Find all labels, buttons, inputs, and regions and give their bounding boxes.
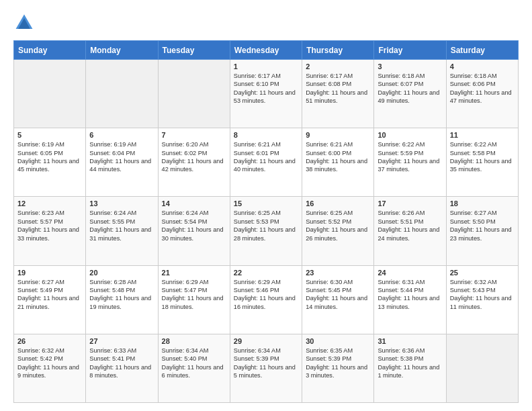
day-info: Sunrise: 6:25 AM Sunset: 5:53 PM Dayligh… bbox=[234, 209, 298, 242]
day-info: Sunrise: 6:27 AM Sunset: 5:49 PM Dayligh… bbox=[17, 278, 82, 312]
calendar-cell bbox=[14, 60, 86, 128]
calendar-cell: 23Sunrise: 6:30 AM Sunset: 5:45 PM Dayli… bbox=[302, 265, 374, 334]
calendar-cell: 10Sunrise: 6:22 AM Sunset: 5:59 PM Dayli… bbox=[374, 128, 446, 197]
day-number: 3 bbox=[378, 62, 442, 71]
weekday-header-wednesday: Wednesday bbox=[230, 41, 302, 60]
weekday-header-friday: Friday bbox=[374, 41, 446, 60]
calendar-cell: 1Sunrise: 6:17 AM Sunset: 6:10 PM Daylig… bbox=[230, 60, 302, 128]
calendar-cell: 8Sunrise: 6:21 AM Sunset: 6:01 PM Daylig… bbox=[230, 128, 302, 197]
day-info: Sunrise: 6:32 AM Sunset: 5:43 PM Dayligh… bbox=[450, 278, 515, 312]
day-info: Sunrise: 6:34 AM Sunset: 5:39 PM Dayligh… bbox=[234, 347, 298, 380]
weekday-header-monday: Monday bbox=[86, 41, 158, 60]
calendar-cell: 13Sunrise: 6:24 AM Sunset: 5:55 PM Dayli… bbox=[86, 197, 158, 265]
calendar-week-row: 5Sunrise: 6:19 AM Sunset: 6:05 PM Daylig… bbox=[14, 128, 519, 197]
day-info: Sunrise: 6:29 AM Sunset: 5:46 PM Dayligh… bbox=[234, 278, 298, 312]
calendar-cell: 5Sunrise: 6:19 AM Sunset: 6:05 PM Daylig… bbox=[14, 128, 86, 197]
day-number: 27 bbox=[89, 337, 154, 345]
calendar-week-row: 12Sunrise: 6:23 AM Sunset: 5:57 PM Dayli… bbox=[14, 197, 519, 265]
day-info: Sunrise: 6:35 AM Sunset: 5:39 PM Dayligh… bbox=[306, 347, 370, 380]
day-number: 8 bbox=[234, 131, 298, 139]
calendar-cell: 29Sunrise: 6:34 AM Sunset: 5:39 PM Dayli… bbox=[230, 334, 302, 402]
day-info: Sunrise: 6:36 AM Sunset: 5:38 PM Dayligh… bbox=[378, 347, 442, 380]
calendar-cell: 22Sunrise: 6:29 AM Sunset: 5:46 PM Dayli… bbox=[230, 265, 302, 334]
day-number: 11 bbox=[450, 131, 515, 139]
calendar-cell: 21Sunrise: 6:29 AM Sunset: 5:47 PM Dayli… bbox=[158, 265, 230, 334]
day-number: 1 bbox=[234, 62, 298, 71]
calendar-cell: 6Sunrise: 6:19 AM Sunset: 6:04 PM Daylig… bbox=[86, 128, 158, 197]
day-info: Sunrise: 6:22 AM Sunset: 5:59 PM Dayligh… bbox=[378, 140, 442, 174]
day-info: Sunrise: 6:19 AM Sunset: 6:04 PM Dayligh… bbox=[89, 140, 154, 174]
page: SundayMondayTuesdayWednesdayThursdayFrid… bbox=[0, 0, 532, 411]
calendar-cell bbox=[86, 60, 158, 128]
day-info: Sunrise: 6:21 AM Sunset: 6:00 PM Dayligh… bbox=[306, 140, 370, 174]
day-number: 29 bbox=[234, 337, 298, 345]
calendar-cell: 15Sunrise: 6:25 AM Sunset: 5:53 PM Dayli… bbox=[230, 197, 302, 265]
day-number: 31 bbox=[378, 337, 442, 345]
calendar-cell: 14Sunrise: 6:24 AM Sunset: 5:54 PM Dayli… bbox=[158, 197, 230, 265]
calendar-cell: 7Sunrise: 6:20 AM Sunset: 6:02 PM Daylig… bbox=[158, 128, 230, 197]
weekday-header-thursday: Thursday bbox=[302, 41, 374, 60]
header bbox=[13, 12, 519, 34]
day-number: 7 bbox=[162, 131, 226, 139]
day-info: Sunrise: 6:21 AM Sunset: 6:01 PM Dayligh… bbox=[234, 140, 298, 174]
day-info: Sunrise: 6:29 AM Sunset: 5:47 PM Dayligh… bbox=[162, 278, 226, 312]
calendar-header-row: SundayMondayTuesdayWednesdayThursdayFrid… bbox=[14, 41, 519, 60]
day-number: 23 bbox=[306, 269, 370, 277]
day-info: Sunrise: 6:18 AM Sunset: 6:06 PM Dayligh… bbox=[450, 72, 515, 105]
day-number: 2 bbox=[306, 62, 370, 71]
calendar-cell: 12Sunrise: 6:23 AM Sunset: 5:57 PM Dayli… bbox=[14, 197, 86, 265]
calendar-cell: 19Sunrise: 6:27 AM Sunset: 5:49 PM Dayli… bbox=[14, 265, 86, 334]
day-number: 21 bbox=[162, 269, 226, 277]
day-number: 14 bbox=[162, 199, 226, 208]
day-info: Sunrise: 6:23 AM Sunset: 5:57 PM Dayligh… bbox=[17, 209, 82, 242]
day-info: Sunrise: 6:18 AM Sunset: 6:07 PM Dayligh… bbox=[378, 72, 442, 105]
day-number: 5 bbox=[17, 131, 82, 139]
calendar-cell: 18Sunrise: 6:27 AM Sunset: 5:50 PM Dayli… bbox=[446, 197, 518, 265]
calendar-cell: 3Sunrise: 6:18 AM Sunset: 6:07 PM Daylig… bbox=[374, 60, 446, 128]
day-number: 22 bbox=[234, 269, 298, 277]
calendar-body: 1Sunrise: 6:17 AM Sunset: 6:10 PM Daylig… bbox=[14, 60, 519, 403]
day-info: Sunrise: 6:34 AM Sunset: 5:40 PM Dayligh… bbox=[162, 347, 226, 380]
calendar-week-row: 26Sunrise: 6:32 AM Sunset: 5:42 PM Dayli… bbox=[14, 334, 519, 402]
calendar-cell: 17Sunrise: 6:26 AM Sunset: 5:51 PM Dayli… bbox=[374, 197, 446, 265]
day-number: 4 bbox=[450, 62, 515, 71]
calendar-week-row: 1Sunrise: 6:17 AM Sunset: 6:10 PM Daylig… bbox=[14, 60, 519, 128]
calendar-cell bbox=[158, 60, 230, 128]
calendar-cell: 28Sunrise: 6:34 AM Sunset: 5:40 PM Dayli… bbox=[158, 334, 230, 402]
calendar-cell: 31Sunrise: 6:36 AM Sunset: 5:38 PM Dayli… bbox=[374, 334, 446, 402]
day-number: 28 bbox=[162, 337, 226, 345]
calendar-cell: 9Sunrise: 6:21 AM Sunset: 6:00 PM Daylig… bbox=[302, 128, 374, 197]
calendar-cell: 20Sunrise: 6:28 AM Sunset: 5:48 PM Dayli… bbox=[86, 265, 158, 334]
day-number: 10 bbox=[378, 131, 442, 139]
day-number: 18 bbox=[450, 199, 515, 208]
calendar-cell: 11Sunrise: 6:22 AM Sunset: 5:58 PM Dayli… bbox=[446, 128, 518, 197]
day-number: 13 bbox=[89, 199, 154, 208]
day-info: Sunrise: 6:28 AM Sunset: 5:48 PM Dayligh… bbox=[89, 278, 154, 312]
day-number: 6 bbox=[89, 131, 154, 139]
day-info: Sunrise: 6:26 AM Sunset: 5:51 PM Dayligh… bbox=[378, 209, 442, 242]
day-number: 12 bbox=[17, 199, 82, 208]
day-number: 17 bbox=[378, 199, 442, 208]
calendar-cell: 26Sunrise: 6:32 AM Sunset: 5:42 PM Dayli… bbox=[14, 334, 86, 402]
day-info: Sunrise: 6:32 AM Sunset: 5:42 PM Dayligh… bbox=[17, 347, 82, 380]
day-info: Sunrise: 6:24 AM Sunset: 5:55 PM Dayligh… bbox=[89, 209, 154, 242]
weekday-header-tuesday: Tuesday bbox=[158, 41, 230, 60]
day-number: 20 bbox=[89, 269, 154, 277]
day-number: 26 bbox=[17, 337, 82, 345]
weekday-header-saturday: Saturday bbox=[446, 41, 518, 60]
day-number: 25 bbox=[450, 269, 515, 277]
day-number: 9 bbox=[306, 131, 370, 139]
logo-icon bbox=[13, 12, 35, 34]
calendar-cell bbox=[446, 334, 518, 402]
logo bbox=[13, 12, 39, 34]
day-number: 24 bbox=[378, 269, 442, 277]
calendar-cell: 25Sunrise: 6:32 AM Sunset: 5:43 PM Dayli… bbox=[446, 265, 518, 334]
calendar-cell: 24Sunrise: 6:31 AM Sunset: 5:44 PM Dayli… bbox=[374, 265, 446, 334]
day-info: Sunrise: 6:17 AM Sunset: 6:08 PM Dayligh… bbox=[306, 72, 370, 105]
day-info: Sunrise: 6:19 AM Sunset: 6:05 PM Dayligh… bbox=[17, 140, 82, 174]
day-info: Sunrise: 6:22 AM Sunset: 5:58 PM Dayligh… bbox=[450, 140, 515, 174]
day-number: 16 bbox=[306, 199, 370, 208]
day-info: Sunrise: 6:33 AM Sunset: 5:41 PM Dayligh… bbox=[89, 347, 154, 380]
calendar-cell: 27Sunrise: 6:33 AM Sunset: 5:41 PM Dayli… bbox=[86, 334, 158, 402]
calendar-week-row: 19Sunrise: 6:27 AM Sunset: 5:49 PM Dayli… bbox=[14, 265, 519, 334]
